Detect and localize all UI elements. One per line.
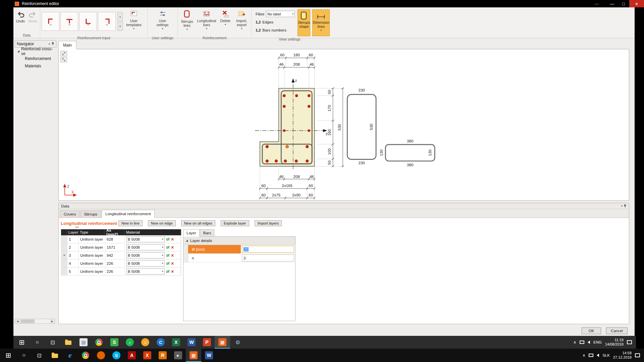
- table-row[interactable]: 1 Uniform layer 628 B 500B▾ ⇄ ×: [61, 235, 181, 243]
- scroll-left-icon[interactable]: ◀: [15, 319, 20, 323]
- nav-item-reinforced-cross-section[interactable]: Reinforced cross-se: [15, 48, 56, 55]
- blue-c-app-icon[interactable]: C: [153, 336, 168, 349]
- file-explorer-icon[interactable]: [60, 336, 76, 349]
- import-export-button[interactable]: Import, export ▾: [233, 8, 250, 35]
- diameter-input[interactable]: 20: [242, 246, 294, 253]
- count-input[interactable]: 3: [242, 254, 294, 261]
- firefox-icon[interactable]: [93, 349, 109, 362]
- zoom-fit-button[interactable]: [60, 51, 67, 56]
- nav-item-reinforcement[interactable]: Reinforcement: [15, 55, 56, 62]
- cross-section-drawing[interactable]: z y: [59, 49, 629, 200]
- spotify-icon[interactable]: ♪: [122, 336, 138, 349]
- chevron-down-icon[interactable]: ▾: [621, 204, 623, 207]
- delete-layer-icon[interactable]: ×: [171, 261, 174, 266]
- cancel-button[interactable]: Cancel: [606, 327, 628, 334]
- tray-chevron-icon[interactable]: ∧: [582, 353, 585, 358]
- user-settings-button[interactable]: User settings ▾: [153, 8, 173, 35]
- powerpoint-icon[interactable]: P: [199, 336, 215, 349]
- green-s-app-icon[interactable]: S: [107, 336, 122, 349]
- scrollbar-thumb[interactable]: [20, 319, 35, 323]
- internet-explorer-icon[interactable]: e: [62, 349, 78, 362]
- material-select[interactable]: B 500B▾: [126, 252, 165, 258]
- longitudinal-bars-button[interactable]: Longitudinal bars ▾: [196, 8, 217, 35]
- mail-x-app-icon[interactable]: X: [140, 349, 155, 362]
- tray-volume-icon[interactable]: [597, 354, 599, 357]
- notes-app-icon[interactable]: ▤: [76, 336, 91, 349]
- import-layers-button[interactable]: Import layers: [255, 220, 282, 226]
- start-icon[interactable]: ⊞: [14, 336, 30, 349]
- notification-center-icon[interactable]: [627, 340, 632, 344]
- table-row-selected[interactable]: > 3 Uniform layer 942 B 500B▾ ⇄ ×: [61, 251, 181, 259]
- app-minimize-button[interactable]: —: [591, 0, 602, 7]
- undo-button[interactable]: Undo: [15, 8, 26, 32]
- reinforcement-editor-icon[interactable]: ▦: [215, 336, 230, 349]
- word-icon[interactable]: W: [184, 336, 199, 349]
- delete-layer-icon[interactable]: ×: [171, 245, 174, 250]
- pin-icon[interactable]: [624, 204, 627, 208]
- chrome-icon[interactable]: [78, 349, 93, 362]
- reinforcement-editor-icon[interactable]: ▦: [186, 349, 201, 362]
- tray-display-icon[interactable]: [589, 354, 593, 357]
- stirrups-shape-toggle[interactable]: Stirrups shape: [298, 9, 310, 36]
- notification-center-icon[interactable]: [635, 353, 640, 357]
- count-row[interactable]: n 3: [183, 254, 295, 262]
- search-icon[interactable]: ○: [30, 336, 45, 349]
- tab-stirrups[interactable]: Stirrups: [80, 210, 101, 218]
- tab-covers[interactable]: Covers: [60, 210, 79, 218]
- navigator-hscrollbar[interactable]: ◀ ▶: [15, 319, 55, 324]
- minimize-button[interactable]: —: [606, 0, 618, 7]
- tray-display-icon[interactable]: [580, 341, 584, 344]
- tray-chevron-icon[interactable]: ∧: [573, 340, 576, 345]
- word-icon[interactable]: W: [201, 349, 217, 362]
- new-on-edge-button[interactable]: New on edge: [148, 220, 176, 226]
- template-shape-4-button[interactable]: [98, 12, 116, 31]
- tab-main[interactable]: Main: [58, 41, 76, 49]
- swap-material-icon[interactable]: ⇄: [166, 269, 170, 274]
- dimension-lines-toggle[interactable]: Dimension lines ▾: [312, 9, 330, 36]
- new-on-all-edges-button[interactable]: New on all edges: [181, 220, 215, 226]
- acrobat-icon[interactable]: A: [124, 349, 140, 362]
- excel-icon[interactable]: X: [168, 336, 184, 349]
- swap-material-icon[interactable]: ⇄: [166, 245, 170, 250]
- drawing-canvas[interactable]: z y: [58, 49, 629, 201]
- swap-material-icon[interactable]: ⇄: [166, 253, 170, 258]
- ok-button[interactable]: OK: [582, 327, 601, 334]
- pin-icon[interactable]: [51, 42, 54, 46]
- template-scroll-down-button[interactable]: ▾: [117, 22, 123, 31]
- tray-clock[interactable]: 11:19 14/08/2018: [605, 338, 624, 347]
- stirrups-links-button[interactable]: Stirrups links ▾: [179, 8, 195, 35]
- template-scroll-up-button[interactable]: ▴: [117, 12, 123, 21]
- tray-language[interactable]: ENG: [593, 340, 602, 344]
- tab-layer[interactable]: Layer: [183, 229, 200, 237]
- delete-layer-icon[interactable]: ×: [171, 237, 174, 242]
- bars-numbers-toggle[interactable]: 1,2 Bars numbers: [256, 27, 295, 33]
- diameter-row[interactable]: Ø [mm] 20: [183, 245, 295, 254]
- task-view-icon[interactable]: ⊡: [32, 349, 47, 362]
- delete-layer-icon[interactable]: ×: [171, 269, 174, 274]
- file-explorer-icon[interactable]: [47, 349, 62, 362]
- concrete-section[interactable]: [260, 88, 315, 166]
- expander-icon[interactable]: [17, 50, 19, 52]
- gear-app-icon[interactable]: ⚙: [230, 336, 246, 349]
- redo-button[interactable]: Redo: [27, 8, 39, 32]
- delete-button[interactable]: Delete ▾: [218, 8, 232, 35]
- explode-layer-button[interactable]: Explode layer: [221, 220, 249, 226]
- task-view-icon[interactable]: ⊡: [45, 336, 60, 349]
- nav-item-materials[interactable]: Materials: [15, 62, 56, 70]
- material-select[interactable]: B 500B▾: [126, 260, 165, 266]
- tray-volume-icon[interactable]: [588, 341, 590, 344]
- tab-longitudinal-reinforcement[interactable]: Longitudinal reinforcement: [102, 210, 155, 218]
- expander-icon[interactable]: [186, 240, 188, 242]
- new-in-line-button[interactable]: New in line: [118, 220, 143, 226]
- close-button[interactable]: ×: [629, 0, 644, 7]
- scrollbar-track[interactable]: [20, 319, 50, 323]
- template-shape-2-button[interactable]: [60, 12, 78, 31]
- media-app-icon[interactable]: ▸: [170, 349, 186, 362]
- user-templates-button[interactable]: User templates ▾: [124, 8, 144, 35]
- table-row[interactable]: 5 Uniform layer 226 B 500B▾ ⇄ ×: [61, 267, 181, 276]
- swap-material-icon[interactable]: ⇄: [166, 261, 170, 266]
- template-shape-1-button[interactable]: [42, 12, 59, 31]
- material-select[interactable]: B 500B▾: [126, 268, 165, 275]
- skype-icon[interactable]: S: [109, 349, 124, 362]
- tab-bars[interactable]: Bars: [200, 229, 215, 237]
